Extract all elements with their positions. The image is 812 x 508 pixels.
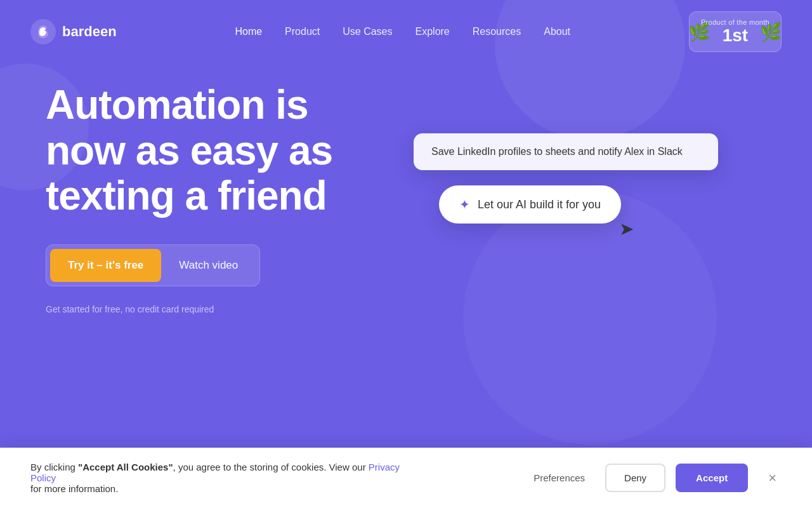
cta-button-group: Try it – it's free Watch video: [46, 244, 260, 286]
nav-item-use-cases[interactable]: Use Cases: [343, 26, 392, 37]
laurel-right-icon: 🌿: [760, 21, 782, 42]
logo-icon: [30, 19, 56, 44]
navbar: bardeen Home Product Use Cases Explore R…: [0, 0, 812, 64]
hero-section: Automation is now as easy as texting a f…: [0, 64, 812, 314]
preferences-button[interactable]: Preferences: [523, 466, 595, 490]
close-cookie-button[interactable]: ×: [763, 465, 782, 491]
try-it-button[interactable]: Try it – it's free: [50, 249, 161, 282]
nav-item-home[interactable]: Home: [235, 26, 262, 37]
hero-right: Save LinkedIn profiles to sheets and not…: [363, 83, 766, 224]
product-of-month-badge: 🌿 Product of the month 1st 🌿: [689, 11, 782, 53]
cookie-text: By clicking "Accept All Cookies", you ag…: [30, 462, 424, 494]
nav-item-product[interactable]: Product: [285, 26, 320, 37]
cookie-banner: By clicking "Accept All Cookies", you ag…: [0, 448, 812, 508]
nav-item-resources[interactable]: Resources: [473, 26, 521, 37]
logo[interactable]: bardeen: [30, 19, 117, 44]
hero-title: Automation is now as easy as texting a f…: [46, 83, 363, 219]
hero-left: Automation is now as easy as texting a f…: [46, 83, 363, 314]
cookie-text-after: , you agree to the storing of cookies. V…: [173, 462, 369, 472]
cookie-text-bold: "Accept All Cookies": [78, 462, 173, 472]
nav-item-about[interactable]: About: [544, 26, 570, 37]
ai-build-label: Let our AI build it for you: [478, 198, 601, 211]
demo-input-display: Save LinkedIn profiles to sheets and not…: [414, 133, 718, 170]
watch-video-button[interactable]: Watch video: [161, 249, 256, 282]
cookie-text-end: for more information.: [30, 483, 118, 494]
hero-buttons: Try it – it's free Watch video: [46, 244, 363, 286]
sparkle-icon: ✦: [459, 197, 470, 212]
accept-button[interactable]: Accept: [676, 464, 748, 492]
cursor-icon: ➤: [619, 218, 634, 239]
cookie-text-before: By clicking: [30, 462, 78, 472]
product-of-month-rank: 1st: [723, 26, 748, 46]
deny-button[interactable]: Deny: [605, 464, 665, 492]
cookie-actions: Preferences Deny Accept ×: [523, 464, 782, 492]
nav-links: Home Product Use Cases Explore Resources…: [235, 26, 570, 37]
logo-text: bardeen: [62, 23, 117, 40]
ai-build-button[interactable]: ✦ Let our AI build it for you ➤: [439, 185, 621, 224]
hero-subtext: Get started for free, no credit card req…: [46, 304, 363, 314]
product-of-month-label: Product of the month: [701, 18, 769, 26]
nav-item-explore[interactable]: Explore: [416, 26, 450, 37]
